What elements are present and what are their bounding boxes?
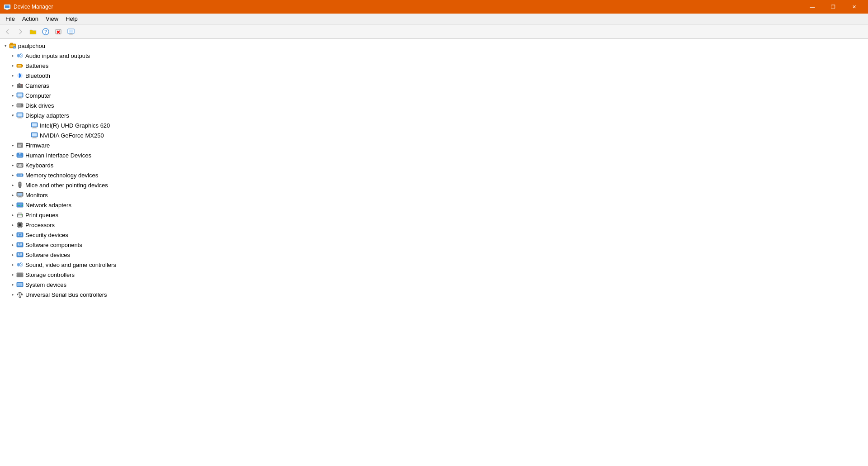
tree-node-memory[interactable]: Memory technology devices xyxy=(0,170,868,180)
forward-icon xyxy=(17,28,24,35)
svg-rect-60 xyxy=(20,164,21,165)
tree-node-disk[interactable]: Disk drives xyxy=(0,100,868,110)
help-button[interactable]: ? xyxy=(40,26,52,38)
expand-firmware[interactable] xyxy=(9,142,16,149)
expand-network[interactable] xyxy=(9,201,16,209)
tree-node-batteries[interactable]: Batteries xyxy=(0,61,868,71)
svg-rect-47 xyxy=(32,138,37,138)
tree-node-computer[interactable]: Computer xyxy=(0,90,868,100)
svg-point-85 xyxy=(20,205,21,206)
svg-rect-80 xyxy=(18,197,22,198)
svg-text:?: ? xyxy=(44,29,47,34)
menu-view[interactable]: View xyxy=(42,14,62,23)
menu-help[interactable]: Help xyxy=(62,14,81,23)
expand-usb[interactable] xyxy=(9,291,16,298)
network-label: Network adapters xyxy=(25,202,71,209)
tree-node-system[interactable]: System devices xyxy=(0,280,868,290)
menu-action[interactable]: Action xyxy=(19,14,42,23)
expand-sw-components[interactable] xyxy=(9,241,16,248)
svg-rect-54 xyxy=(18,155,22,155)
title-bar-controls: — ❐ ✕ xyxy=(802,0,864,14)
expand-storage[interactable] xyxy=(9,271,16,278)
menu-file[interactable]: File xyxy=(2,14,19,23)
svg-rect-68 xyxy=(19,175,20,176)
tree-node-mice[interactable]: Mice and other pointing devices xyxy=(0,180,868,190)
expand-batteries[interactable] xyxy=(9,62,16,69)
expand-monitors[interactable] xyxy=(9,191,16,199)
security-label: Security devices xyxy=(25,232,68,238)
expand-cameras[interactable] xyxy=(9,82,16,89)
expand-memory[interactable] xyxy=(9,171,16,179)
keyboard-icon xyxy=(16,162,24,169)
processors-label: Processors xyxy=(25,222,55,228)
expand-keyboards[interactable] xyxy=(9,162,16,169)
svg-rect-70 xyxy=(21,175,22,176)
svg-rect-128 xyxy=(21,294,23,295)
svg-point-86 xyxy=(22,205,23,206)
restore-button[interactable]: ❐ xyxy=(823,0,844,14)
back-button[interactable] xyxy=(2,26,14,38)
svg-rect-1 xyxy=(5,5,9,8)
expand-system[interactable] xyxy=(9,281,16,288)
expand-processors[interactable] xyxy=(9,221,16,228)
svg-rect-37 xyxy=(18,114,23,117)
tree-node-print[interactable]: Print queues xyxy=(0,210,868,220)
svg-rect-64 xyxy=(22,165,23,166)
svg-point-129 xyxy=(19,296,21,298)
expand-security[interactable] xyxy=(9,231,16,238)
root-icon: ⚙ xyxy=(9,42,16,49)
tree-node-processors[interactable]: Processors xyxy=(0,220,868,230)
expand-sound[interactable] xyxy=(9,261,16,268)
expand-sw-devices[interactable] xyxy=(9,251,16,258)
svg-rect-3 xyxy=(5,10,9,10)
tree-node-network[interactable]: Network adapters xyxy=(0,200,868,210)
tree-node-keyboards[interactable]: Keyboards xyxy=(0,160,868,170)
tree-node-bluetooth[interactable]: Bluetooth xyxy=(0,71,868,81)
tree-node-sound[interactable]: Sound, video and game controllers xyxy=(0,260,868,270)
svg-rect-114 xyxy=(18,253,19,255)
tree-node-software-components[interactable]: Software components xyxy=(0,240,868,250)
firmware-icon xyxy=(16,142,24,149)
computer-label: Computer xyxy=(25,92,51,99)
tree-node-monitors[interactable]: Monitors xyxy=(0,190,868,200)
show-hidden-button[interactable] xyxy=(27,26,39,38)
print-icon xyxy=(16,211,24,219)
tree-node-usb[interactable]: Universal Serial Bus controllers xyxy=(0,290,868,300)
svg-rect-14 xyxy=(10,43,13,44)
tree-node-security[interactable]: Security devices xyxy=(0,230,868,240)
expand-root[interactable] xyxy=(2,42,9,49)
expand-print[interactable] xyxy=(9,211,16,219)
expand-computer[interactable] xyxy=(9,92,16,99)
tree-node-software-devices[interactable]: Software devices xyxy=(0,250,868,260)
svg-rect-124 xyxy=(18,284,22,284)
svg-rect-27 xyxy=(21,85,22,86)
expand-bluetooth[interactable] xyxy=(9,72,16,79)
forward-button[interactable] xyxy=(14,26,26,38)
svg-point-120 xyxy=(22,273,23,274)
tree-node-audio[interactable]: Audio inputs and outputs xyxy=(0,51,868,61)
close-button[interactable]: ✕ xyxy=(844,0,864,14)
minimize-button[interactable]: — xyxy=(802,0,823,14)
svg-rect-12 xyxy=(69,34,73,34)
tree-node-intel-gpu[interactable]: Intel(R) UHD Graphics 620 xyxy=(0,120,868,130)
expand-display[interactable] xyxy=(9,112,16,119)
expand-hid[interactable] xyxy=(9,152,16,159)
expand-mice[interactable] xyxy=(9,181,16,189)
tree-node-nvidia-gpu[interactable]: NVIDIA GeForce MX250 xyxy=(0,130,868,140)
scan-button[interactable] xyxy=(65,26,77,38)
title-bar-left: Device Manager xyxy=(4,3,53,10)
tree-node-storage[interactable]: Storage controllers xyxy=(0,270,868,280)
svg-rect-125 xyxy=(18,285,21,285)
tree-node-hid[interactable]: Human Interface Devices xyxy=(0,150,868,160)
audio-icon xyxy=(16,52,24,59)
tree-node-cameras[interactable]: Cameras xyxy=(0,81,868,90)
svg-point-117 xyxy=(17,263,20,266)
uninstall-button[interactable] xyxy=(52,26,64,38)
svg-point-53 xyxy=(19,153,21,155)
tree-node-display[interactable]: Display adapters xyxy=(0,110,868,120)
network-icon xyxy=(16,201,24,209)
tree-node-firmware[interactable]: Firmware xyxy=(0,140,868,150)
tree-node-root[interactable]: ⚙ paulpchou xyxy=(0,41,868,51)
expand-disk[interactable] xyxy=(9,102,16,109)
expand-audio[interactable] xyxy=(9,52,16,59)
